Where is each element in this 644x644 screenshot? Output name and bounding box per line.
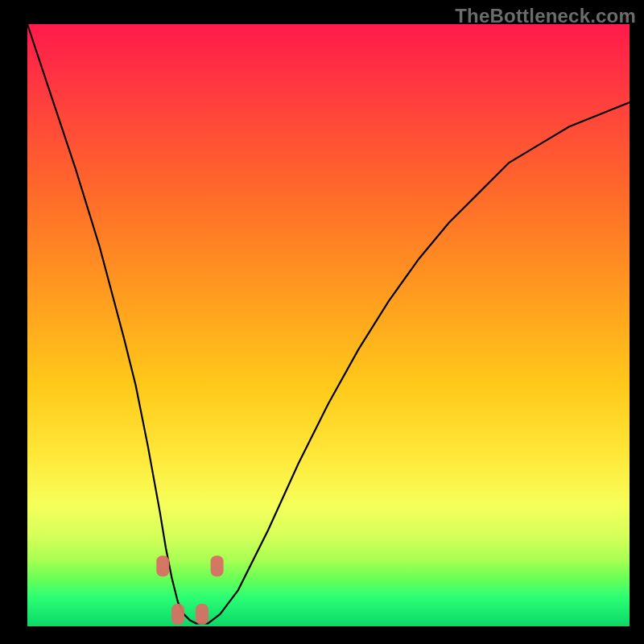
curve-marker [171,604,184,625]
plot-area [27,24,630,626]
chart-frame: TheBottleneck.com [0,0,644,644]
curve-marker [211,555,224,576]
curve-marker [156,555,169,576]
curve-svg [27,24,630,626]
curve-marker [196,604,208,625]
curve-markers [156,555,223,625]
bottleneck-curve [27,24,630,623]
